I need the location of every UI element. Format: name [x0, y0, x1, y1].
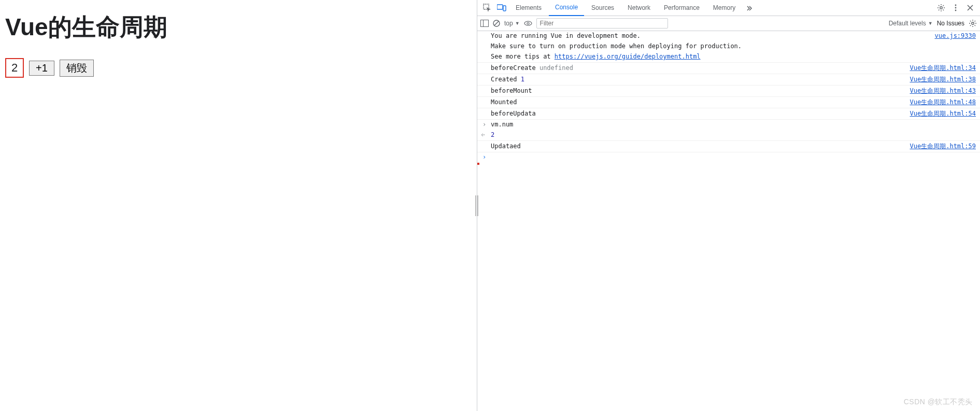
console-text: Created 1	[491, 76, 904, 83]
annotation-box	[477, 163, 479, 165]
console-text: See more tips at	[491, 53, 555, 60]
console-message: Make sure to turn on production mode whe…	[477, 41, 980, 52]
console-message: Updataed Vue生命周期.html:59	[477, 141, 980, 152]
source-link[interactable]: Vue生命周期.html:54	[910, 109, 976, 118]
console-text: You are running Vue in development mode.	[491, 32, 641, 39]
console-text: Make sure to turn on production mode whe…	[491, 42, 976, 50]
clear-console-icon[interactable]	[493, 20, 500, 27]
log-levels-selector[interactable]: Default levels ▼	[889, 20, 933, 27]
svg-point-12	[527, 22, 529, 24]
annotation-box	[477, 163, 479, 165]
svg-point-13	[972, 22, 974, 24]
chevron-down-icon: ▼	[928, 21, 933, 26]
tab-console[interactable]: Console	[549, 0, 584, 16]
source-link[interactable]: Vue生命周期.html:48	[910, 98, 976, 107]
svg-point-4	[955, 5, 957, 6]
settings-icon[interactable]	[934, 1, 948, 15]
svg-line-10	[494, 21, 499, 25]
console-message: beforeMountVue生命周期.html:43	[477, 86, 980, 97]
deployment-guide-link[interactable]: https://vuejs.org/guide/deployment.html	[555, 53, 701, 60]
tab-performance[interactable]: Performance	[658, 0, 706, 16]
console-message: See more tips at https://vuejs.org/guide…	[477, 52, 980, 63]
console-message: Created 1Vue生命周期.html:38	[477, 74, 980, 86]
inspect-icon[interactable]	[480, 1, 494, 15]
tab-elements[interactable]: Elements	[509, 0, 548, 16]
console-settings-icon[interactable]	[969, 19, 977, 27]
counter-value: 2	[5, 58, 24, 78]
execution-context-selector[interactable]: top ▼	[504, 20, 520, 27]
console-text: Mounted	[491, 98, 904, 106]
command-text: vm.num	[491, 121, 976, 128]
console-toolbar: top ▼ Default levels ▼ No Issues	[477, 16, 980, 31]
toggle-sidebar-icon[interactable]	[480, 20, 489, 27]
issues-indicator[interactable]: No Issues	[937, 20, 964, 27]
console-text: beforeCreate undefined	[491, 64, 904, 72]
device-toolbar-icon[interactable]	[495, 1, 508, 15]
console-message: You are running Vue in development mode.…	[477, 31, 980, 41]
console-message: beforeCreate undefinedVue生命周期.html:34	[477, 63, 980, 74]
console-command: vm.num	[477, 120, 980, 130]
close-devtools-icon[interactable]	[963, 1, 977, 15]
console-text: beforeUpdata	[491, 110, 904, 117]
devtools-tab-strip: Elements Console Sources Network Perform…	[477, 0, 980, 16]
context-label: top	[504, 20, 513, 27]
source-link[interactable]: Vue生命周期.html:59	[910, 142, 976, 151]
page-preview: Vue的生命周期 2 +1 销毁	[0, 0, 477, 411]
destroy-button[interactable]: 销毁	[60, 60, 94, 77]
source-link[interactable]: vue.js:9330	[935, 32, 976, 39]
chevron-down-icon: ▼	[515, 21, 520, 26]
live-expression-icon[interactable]	[524, 21, 532, 26]
svg-point-6	[955, 10, 957, 11]
svg-point-5	[955, 7, 957, 9]
console-prompt[interactable]	[477, 152, 980, 163]
svg-rect-2	[503, 6, 506, 11]
svg-point-3	[940, 7, 942, 9]
tab-network[interactable]: Network	[621, 0, 657, 16]
svg-point-11	[524, 21, 532, 25]
devtools-panel: Elements Console Sources Network Perform…	[477, 0, 980, 411]
console-message: MountedVue生命周期.html:48	[477, 97, 980, 108]
console-output: You are running Vue in development mode.…	[477, 31, 980, 411]
svg-rect-8	[481, 20, 484, 27]
levels-label: Default levels	[889, 20, 926, 27]
tab-sources[interactable]: Sources	[585, 0, 620, 16]
increment-button[interactable]: +1	[29, 61, 54, 76]
console-return: 2	[477, 130, 980, 141]
page-title: Vue的生命周期	[5, 11, 472, 44]
counter-row: 2 +1 销毁	[5, 58, 472, 78]
source-link[interactable]: Vue生命周期.html:43	[910, 87, 976, 95]
tab-memory[interactable]: Memory	[707, 0, 742, 16]
kebab-menu-icon[interactable]	[949, 1, 962, 15]
svg-rect-1	[497, 5, 503, 9]
source-link[interactable]: Vue生命周期.html:38	[910, 75, 976, 84]
source-link[interactable]: Vue生命周期.html:34	[910, 64, 976, 73]
return-value: 2	[491, 131, 494, 138]
more-tabs-icon[interactable]	[743, 1, 756, 15]
console-filter-input[interactable]	[536, 18, 668, 29]
console-text: beforeMount	[491, 87, 904, 94]
console-text: Updataed	[491, 143, 904, 150]
svg-rect-7	[481, 20, 489, 27]
console-message: beforeUpdataVue生命周期.html:54	[477, 108, 980, 120]
